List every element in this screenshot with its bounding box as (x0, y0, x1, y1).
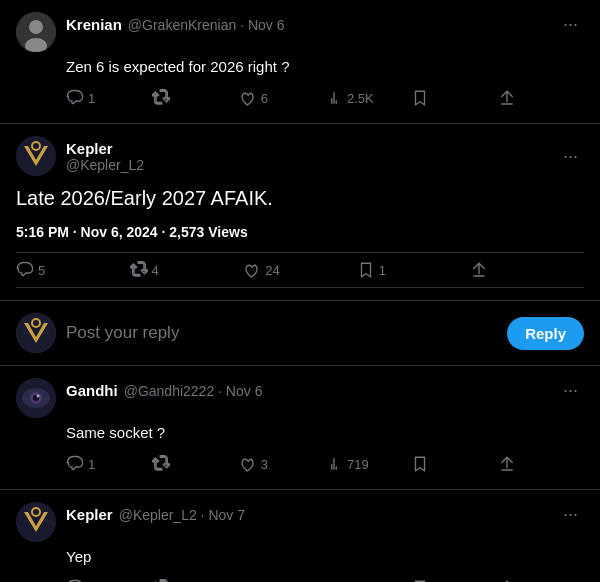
reply-input[interactable] (66, 323, 497, 343)
main-reply-count: 5 (38, 263, 45, 278)
main-reply-action[interactable]: 5 (16, 257, 130, 283)
retweet-icon (152, 89, 170, 107)
gandhi-views-icon (325, 455, 343, 473)
main-reply-icon (16, 261, 34, 279)
gandhi-like-icon (239, 455, 257, 473)
main-share-icon (470, 261, 488, 279)
main-retweet-count: 4 (152, 263, 159, 278)
reply-icon (66, 89, 84, 107)
main-tweet-more-button[interactable]: ··· (557, 144, 584, 169)
krenian-actions: 1 6 (66, 85, 584, 111)
krenian-handle: @GrakenKrenian · Nov 6 (128, 17, 285, 33)
gandhi-reply-tweet: Gandhi @Gandhi2222 · Nov 6 ··· Same sock… (0, 366, 600, 490)
gandhi-tweet-text: Same socket ? (66, 422, 584, 443)
bookmark-icon (411, 89, 429, 107)
like-icon (239, 89, 257, 107)
main-tweet-text: Late 2026/Early 2027 AFAIK. (16, 184, 584, 212)
krenian-reply-action[interactable]: 1 (66, 85, 152, 111)
reply-user-avatar (16, 313, 56, 353)
kepler-reply-avatar (16, 502, 56, 542)
kepler-reply-handle: @Kepler_L2 · Nov 7 (119, 507, 245, 523)
kepler-reply-share-action[interactable] (498, 575, 584, 582)
krenian-like-count: 6 (261, 91, 268, 106)
kepler-reply-tweet: Kepler @Kepler_L2 · Nov 7 ··· Yep 4 (0, 490, 600, 582)
main-like-count: 24 (265, 263, 279, 278)
kepler-reply-tweet-text: Yep (66, 546, 584, 567)
gandhi-views-action[interactable]: 719 (325, 451, 411, 477)
svg-point-1 (29, 20, 43, 34)
krenian-reply-count: 1 (88, 91, 95, 106)
reply-button[interactable]: Reply (507, 317, 584, 350)
krenian-views-action[interactable]: 2.5K (325, 85, 411, 111)
kepler-main-avatar (16, 136, 56, 176)
main-share-action[interactable] (470, 257, 584, 283)
main-bookmark-icon (357, 261, 375, 279)
kepler-reply-like-action[interactable]: 13 (239, 575, 325, 582)
reply-box: Reply (0, 301, 600, 366)
kepler-reply-meta: Kepler @Kepler_L2 · Nov 7 ··· (66, 502, 584, 527)
main-bookmark-count: 1 (379, 263, 386, 278)
kepler-reply-bookmark-action[interactable] (411, 575, 497, 582)
krenian-avatar (16, 12, 56, 52)
kepler-reply-retweet-action[interactable]: 2 (152, 575, 238, 582)
main-retweet-action[interactable]: 4 (130, 257, 244, 283)
krenian-retweet-action[interactable] (152, 85, 238, 111)
gandhi-share-action[interactable] (498, 451, 584, 477)
gandhi-meta: Gandhi @Gandhi2222 · Nov 6 ··· (66, 378, 584, 403)
gandhi-like-action[interactable]: 3 (239, 451, 325, 477)
gandhi-retweet-action[interactable] (152, 451, 238, 477)
main-tweet-actions: 5 4 24 (16, 252, 584, 288)
krenian-like-action[interactable]: 6 (239, 85, 325, 111)
gandhi-reply-icon (66, 455, 84, 473)
krenian-share-action[interactable] (498, 85, 584, 111)
gandhi-reply-action[interactable]: 1 (66, 451, 152, 477)
main-retweet-icon (130, 261, 148, 279)
main-bookmark-action[interactable]: 1 (357, 257, 471, 283)
krenian-tweet-text: Zen 6 is expected for 2026 right ? (66, 56, 584, 77)
gandhi-views-count: 719 (347, 457, 369, 472)
kepler-reply-reply-action[interactable]: 4 (66, 575, 152, 582)
kepler-reply-more-button[interactable]: ··· (557, 502, 584, 527)
kepler-main-handle: @Kepler_L2 (66, 157, 144, 173)
main-like-icon (243, 261, 261, 279)
gandhi-display-name: Gandhi (66, 382, 118, 399)
kepler-reply-views-action[interactable]: 2.1K (325, 575, 411, 582)
kepler-main-display-name: Kepler (66, 140, 144, 157)
krenian-meta: Krenian @GrakenKrenian · Nov 6 ··· (66, 12, 584, 37)
main-tweet: Kepler @Kepler_L2 ··· Late 2026/Early 20… (0, 124, 600, 301)
gandhi-bookmark-action[interactable] (411, 451, 497, 477)
main-tweet-timestamp: 5:16 PM · Nov 6, 2024 · 2,573 Views (16, 224, 584, 240)
krenian-tweet: Krenian @GrakenKrenian · Nov 6 ··· Zen 6… (0, 0, 600, 124)
gandhi-share-icon (498, 455, 516, 473)
krenian-more-button[interactable]: ··· (557, 12, 584, 37)
gandhi-bookmark-icon (411, 455, 429, 473)
main-like-action[interactable]: 24 (243, 257, 357, 283)
kepler-reply-actions: 4 2 13 (66, 575, 584, 582)
gandhi-avatar (16, 378, 56, 418)
gandhi-retweet-icon (152, 455, 170, 473)
kepler-reply-display-name: Kepler (66, 506, 113, 523)
gandhi-like-count: 3 (261, 457, 268, 472)
gandhi-more-button[interactable]: ··· (557, 378, 584, 403)
krenian-bookmark-action[interactable] (411, 85, 497, 111)
gandhi-reply-count: 1 (88, 457, 95, 472)
krenian-display-name: Krenian (66, 16, 122, 33)
krenian-views-count: 2.5K (347, 91, 374, 106)
views-icon (325, 89, 343, 107)
share-icon (498, 89, 516, 107)
svg-point-13 (37, 395, 40, 398)
gandhi-handle: @Gandhi2222 · Nov 6 (124, 383, 263, 399)
gandhi-actions: 1 3 (66, 451, 584, 477)
